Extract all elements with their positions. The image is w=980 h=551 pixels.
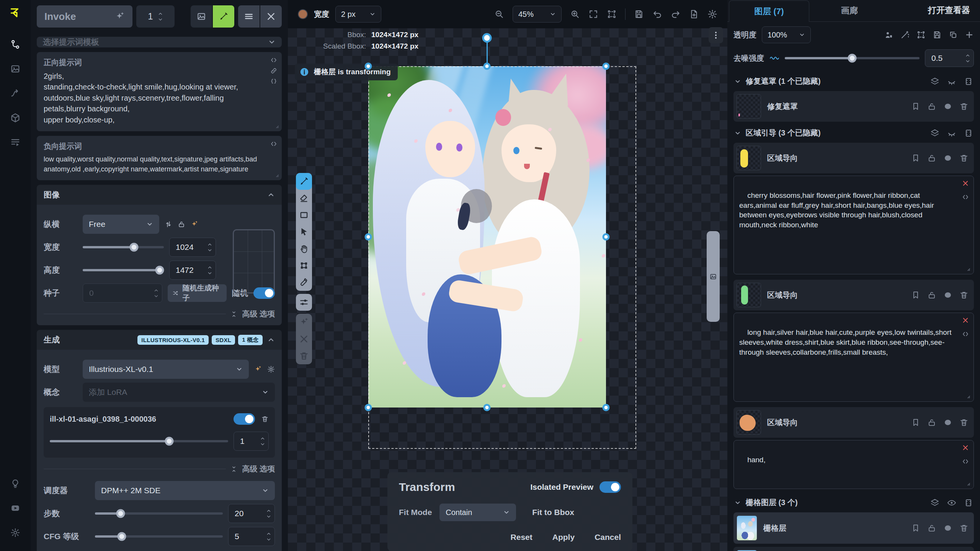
- merge-layers-icon[interactable]: [930, 77, 939, 86]
- opacity-circle-icon[interactable]: [943, 102, 952, 111]
- trash-icon[interactable]: [959, 290, 969, 300]
- regional-guidance-item[interactable]: 区域导向: [733, 143, 974, 173]
- bookmark-icon[interactable]: [911, 418, 920, 427]
- raster-layer-item[interactable]: 栅格层: [733, 547, 974, 551]
- lora-select[interactable]: 添加 LoRA: [83, 383, 275, 402]
- rect-tool[interactable]: [296, 207, 312, 223]
- canvas-mode-button[interactable]: [213, 5, 234, 28]
- code-icon[interactable]: [962, 331, 969, 337]
- transform-handle-e[interactable]: [603, 233, 610, 241]
- opacity-circle-icon[interactable]: [943, 523, 952, 533]
- regional-guidance-section-header[interactable]: 区域引导 (3 个已隐藏): [727, 123, 980, 141]
- fit-to-bbox-button[interactable]: Fit to Bbox: [532, 508, 574, 517]
- lock-icon[interactable]: [927, 418, 936, 427]
- steps-input[interactable]: 20: [228, 504, 275, 523]
- optimize-sparkle-icon[interactable]: [191, 220, 198, 228]
- merge-layers-icon[interactable]: [930, 498, 939, 507]
- rail-tab-models-icon[interactable]: [6, 109, 24, 127]
- lock-icon[interactable]: [927, 102, 936, 111]
- braces-icon[interactable]: [270, 78, 277, 85]
- eye-closed-icon[interactable]: [947, 77, 956, 86]
- canvas-context-menu-button[interactable]: [709, 27, 723, 43]
- swap-dimensions-icon[interactable]: [165, 220, 172, 228]
- lock-icon[interactable]: [927, 290, 936, 300]
- trash-icon[interactable]: [959, 102, 969, 111]
- invoke-button[interactable]: Invoke: [37, 5, 132, 28]
- bookmark-icon[interactable]: [911, 102, 920, 111]
- remove-prompt-icon[interactable]: [962, 317, 969, 324]
- generation-section-header[interactable]: 生成 ILLUSTRIOUS-XL-V0.1 SDXL 1 概念: [37, 330, 282, 350]
- scheduler-select[interactable]: DPM++ 2M SDE: [95, 481, 275, 500]
- model-select[interactable]: Illustrious-XL-v0.1: [83, 360, 249, 379]
- cancel-tool[interactable]: [296, 331, 312, 347]
- resize-handle-icon[interactable]: [965, 266, 971, 272]
- rail-tab-canvas-icon[interactable]: [6, 60, 24, 78]
- raster-layer-image[interactable]: [368, 66, 606, 408]
- cancel-button[interactable]: Cancel: [595, 533, 621, 542]
- transform-handle-se[interactable]: [603, 404, 610, 411]
- resize-handle-icon[interactable]: [965, 480, 971, 486]
- cfg-input[interactable]: 5: [228, 527, 275, 546]
- regional-prompt-textarea[interactable]: hand,: [733, 440, 974, 489]
- denoise-stepper[interactable]: [965, 53, 970, 64]
- rotate-handle[interactable]: [482, 33, 492, 43]
- seed-stepper[interactable]: [154, 288, 159, 299]
- duplicate-layer-icon[interactable]: [949, 30, 958, 39]
- resize-handle-icon[interactable]: [965, 393, 971, 399]
- rail-tab-queue-icon[interactable]: [6, 133, 24, 152]
- brush-color-swatch[interactable]: [298, 9, 308, 19]
- lora-weight-slider[interactable]: [50, 440, 228, 442]
- transform-handle-w[interactable]: [365, 233, 372, 241]
- settings-gear-icon[interactable]: [6, 523, 24, 542]
- denoise-slider[interactable]: [785, 57, 920, 59]
- inpaint-mask-section-header[interactable]: 修复遮罩 (1 个已隐藏): [727, 72, 980, 90]
- pan-tool[interactable]: [296, 240, 312, 257]
- lora-weight-stepper[interactable]: [260, 436, 265, 447]
- close-panel-button[interactable]: [260, 5, 282, 28]
- eye-open-icon[interactable]: [947, 498, 956, 507]
- regional-prompt-textarea[interactable]: cherry blossoms,hair flower,pink flower,…: [733, 176, 974, 274]
- frame-icon[interactable]: [964, 498, 973, 507]
- transform-tool[interactable]: [296, 257, 312, 274]
- resize-layer-icon[interactable]: [916, 30, 926, 39]
- frame-icon[interactable]: [964, 77, 973, 86]
- open-viewer-button[interactable]: 打开查看器: [928, 5, 978, 21]
- apply-button[interactable]: Apply: [552, 533, 575, 542]
- code-icon[interactable]: [962, 194, 969, 201]
- rail-tab-upscale-icon[interactable]: [6, 84, 24, 103]
- denoise-input[interactable]: 0.5: [925, 49, 974, 67]
- zoom-level-select[interactable]: 45%: [513, 6, 562, 23]
- save-icon[interactable]: [634, 9, 644, 19]
- new-canvas-icon[interactable]: [689, 9, 699, 19]
- rail-tab-nodes-icon[interactable]: [6, 35, 24, 54]
- code-icon[interactable]: [270, 140, 277, 147]
- aspect-select[interactable]: Free: [83, 215, 159, 234]
- staging-preview-handle[interactable]: [707, 231, 720, 322]
- height-slider[interactable]: [83, 269, 164, 271]
- lora-enabled-toggle[interactable]: [234, 413, 255, 425]
- raster-layers-section-header[interactable]: 栅格图层 (3 个): [727, 493, 980, 511]
- fit-view-icon[interactable]: [588, 9, 598, 19]
- regional-prompt-textarea[interactable]: long hair,silver hair,blue hair,cute,pur…: [733, 313, 974, 402]
- fit-bbox-icon[interactable]: [607, 9, 617, 19]
- width-slider[interactable]: [83, 246, 164, 248]
- trash-icon[interactable]: [261, 415, 269, 423]
- transform-handle-ne[interactable]: [603, 63, 610, 70]
- color-picker-tool[interactable]: [296, 274, 312, 291]
- seed-input[interactable]: 0: [83, 284, 162, 303]
- lock-icon[interactable]: [927, 523, 936, 533]
- opacity-circle-icon[interactable]: [943, 153, 952, 163]
- image-advanced-row[interactable]: 高级 选项: [44, 309, 275, 319]
- brush-tool[interactable]: [296, 173, 312, 190]
- negative-prompt-input[interactable]: low quality,worst quality,normal quality…: [44, 155, 275, 174]
- opacity-circle-icon[interactable]: [943, 418, 952, 427]
- process-tool[interactable]: [296, 314, 312, 331]
- delete-tool[interactable]: [296, 347, 312, 364]
- add-layer-icon[interactable]: [965, 30, 974, 39]
- remove-prompt-icon[interactable]: [962, 180, 969, 187]
- lora-weight-input[interactable]: 1: [234, 432, 269, 451]
- random-seed-button[interactable]: 随机生成种子: [168, 284, 227, 302]
- code-icon[interactable]: [962, 458, 969, 465]
- random-seed-toggle[interactable]: [253, 287, 275, 299]
- lock-icon[interactable]: [927, 153, 936, 163]
